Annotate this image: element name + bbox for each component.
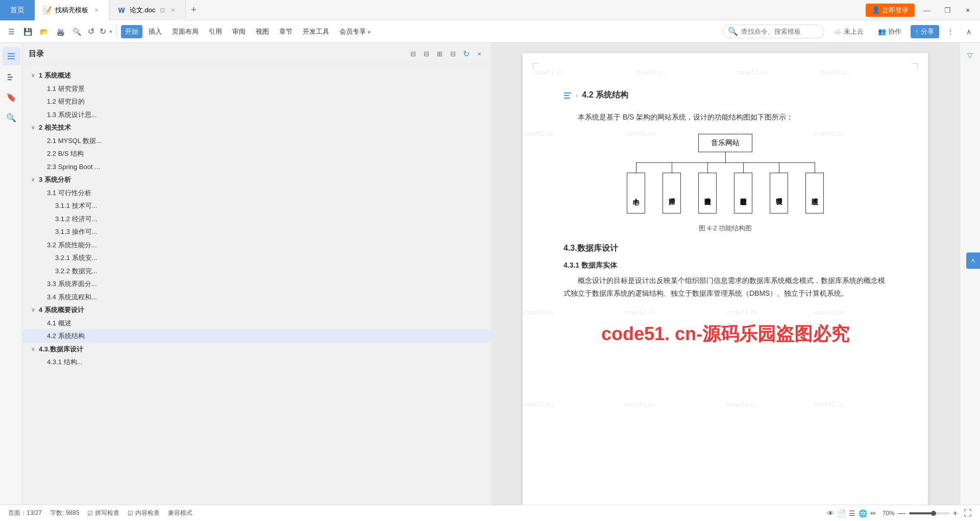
tab-doc[interactable]: W 论文.doc ⊡ ×	[109, 0, 186, 20]
toc-item-s1[interactable]: ∨1 系统概述	[22, 69, 491, 82]
add-toc-button[interactable]: ⊞	[434, 48, 445, 59]
toc-toggle-s4[interactable]: ∨	[29, 306, 37, 314]
menu-start[interactable]: 开始	[121, 25, 142, 38]
undo-redo-dropdown[interactable]: ▾	[109, 28, 112, 35]
toc-toggle-s3.4[interactable]	[37, 293, 45, 301]
share-button[interactable]: ↑ 分享	[911, 25, 940, 38]
toc-item-s3.1.2[interactable]: 3.1.2 经济可...	[22, 212, 491, 226]
toc-item-s4.3[interactable]: ∨4.3.数据库设计	[22, 343, 491, 356]
minimize-button[interactable]: —	[919, 2, 935, 18]
menu-review[interactable]: 审阅	[228, 25, 250, 38]
toc-item-s3.1[interactable]: 3.1 可行性分析	[22, 186, 491, 200]
toc-toggle-s3[interactable]: ∨	[29, 176, 37, 184]
toc-item-s2.1[interactable]: 2.1 MYSQL 数据...	[22, 134, 491, 148]
toc-item-s1.2[interactable]: 1.2 研究目的	[22, 95, 491, 108]
floating-tab[interactable]: <	[966, 252, 980, 269]
maximize-button[interactable]: ❐	[939, 2, 955, 18]
expand-all-button[interactable]: ⊟	[407, 48, 419, 59]
toc-item-s3.1.1[interactable]: 3.1.1 技术可...	[22, 199, 491, 212]
toc-toggle-s1.1[interactable]	[37, 84, 45, 92]
menu-member[interactable]: 会员专享 »	[335, 25, 375, 38]
toc-item-s1.3[interactable]: 1.3 系统设计思...	[22, 108, 491, 122]
print-button[interactable]: 🖨️	[53, 25, 67, 39]
annotation-icon[interactable]: ✏	[870, 509, 876, 517]
web-layout-icon[interactable]: 🌐	[859, 509, 867, 517]
doc-area[interactable]: code51.cn code51.cn code51.cn code51.cn …	[491, 43, 960, 505]
close-button[interactable]: ×	[960, 2, 976, 18]
spell-check-status[interactable]: ☑ 拼写检查	[87, 509, 119, 517]
toc-item-s2.2[interactable]: 2.2 B/S 结构	[22, 147, 491, 160]
close-sidebar-button[interactable]: ×	[474, 48, 485, 59]
menu-button[interactable]: ☰	[4, 25, 18, 39]
menu-view[interactable]: 视图	[252, 25, 273, 38]
toc-toggle-s4.1[interactable]	[37, 319, 45, 327]
search-input[interactable]	[741, 28, 823, 35]
toc-toggle-s3.2[interactable]	[37, 241, 45, 249]
outline-icon-button[interactable]	[2, 67, 20, 86]
tab-template[interactable]: 📝 找稿壳模板 ×	[35, 0, 109, 20]
content-check-status[interactable]: ☑ 内容检查	[128, 509, 160, 517]
toc-toggle-s1.2[interactable]	[37, 98, 45, 106]
toc-toggle-s2.2[interactable]	[37, 150, 45, 158]
tab-doc-close[interactable]: ×	[169, 6, 177, 14]
new-tab-button[interactable]: +	[186, 2, 202, 18]
toc-item-s2.3[interactable]: 2.3 Spring Boot ...	[22, 160, 491, 174]
collapse-all-button[interactable]: ⊟	[421, 48, 432, 59]
cloud-button[interactable]: ☁️ 未上云	[828, 25, 869, 38]
toc-item-s3.2.1[interactable]: 3.2.1 系统安...	[22, 251, 491, 265]
toc-options-button[interactable]: ⊟	[447, 48, 458, 59]
menu-devtools[interactable]: 开发工具	[299, 25, 333, 38]
menu-ref[interactable]: 引用	[205, 25, 226, 38]
toc-toggle-s3.1[interactable]	[37, 188, 45, 197]
toc-item-s3.1.3[interactable]: 3.1.3 操作可...	[22, 225, 491, 239]
redo-button[interactable]: ↻	[97, 26, 108, 37]
open-button[interactable]: 📂	[37, 25, 51, 39]
tab-template-close[interactable]: ×	[92, 6, 101, 14]
print-layout-icon[interactable]: 📄	[837, 509, 846, 517]
fullscreen-button[interactable]: ⛶	[964, 509, 972, 518]
toc-item-s3[interactable]: ∨3 系统分析	[22, 173, 491, 186]
collab-button[interactable]: 👥 协作	[873, 25, 906, 38]
outline-view-icon[interactable]: ☰	[849, 509, 855, 517]
save-button[interactable]: 💾	[20, 25, 35, 39]
toc-toggle-s4.3[interactable]: ∨	[29, 345, 37, 353]
toc-item-s4[interactable]: ∨4 系统概要设计	[22, 303, 491, 317]
zoom-plus-button[interactable]: +	[953, 509, 958, 518]
tab-doc-restore[interactable]: ⊡	[160, 7, 165, 14]
toc-item-s3.2.2[interactable]: 3.2.2 数据完...	[22, 265, 491, 278]
toc-item-s2[interactable]: ∨2 相关技术	[22, 121, 491, 134]
toc-toggle-s2[interactable]: ∨	[29, 124, 37, 132]
toc-item-s3.3[interactable]: 3.3 系统界面分...	[22, 277, 491, 291]
read-mode-icon[interactable]: 👁	[827, 509, 834, 517]
zoom-minus-button[interactable]: —	[898, 509, 906, 518]
more-menu-button[interactable]: ⋮	[943, 25, 958, 39]
toc-toggle-s3.3[interactable]	[37, 280, 45, 288]
toc-toggle-s4.2[interactable]	[37, 332, 45, 340]
toc-item-s3.4[interactable]: 3.4 系统流程和...	[22, 291, 491, 304]
search-box[interactable]: 🔍	[722, 25, 824, 38]
toc-sync-button[interactable]: ↻	[460, 48, 472, 59]
toc-item-s4.1[interactable]: 4.1 概述	[22, 317, 491, 330]
tab-home[interactable]: 首页	[0, 0, 35, 20]
preview-button[interactable]: 🔍	[69, 25, 84, 39]
menu-insert[interactable]: 插入	[144, 25, 166, 38]
toc-item-s1.1[interactable]: 1.1 研究背景	[22, 82, 491, 96]
toc-toggle-s2.1[interactable]	[37, 136, 45, 145]
toc-item-s4.3.1[interactable]: 4.3.1 结构...	[22, 356, 491, 369]
search-sidebar-icon-button[interactable]: 🔍	[2, 108, 20, 127]
panel-filter-button[interactable]: ▽	[962, 47, 978, 63]
toc-icon-button[interactable]	[2, 47, 20, 65]
undo-button[interactable]: ↺	[86, 26, 96, 37]
toc-toggle-s4.3.1[interactable]	[37, 358, 45, 366]
zoom-slider[interactable]	[909, 512, 950, 514]
collapse-toolbar-button[interactable]: ∧	[962, 25, 976, 39]
bookmark-icon-button[interactable]: 🔖	[2, 88, 20, 106]
menu-chapter[interactable]: 章节	[275, 25, 297, 38]
toc-item-s4.2[interactable]: 4.2 系统结构	[22, 329, 491, 343]
toc-toggle-s2.3[interactable]	[37, 162, 45, 171]
toc-toggle-s1.3[interactable]	[37, 110, 45, 119]
toc-toggle-s1[interactable]: ∨	[29, 72, 37, 80]
login-button[interactable]: 👤 立即登录	[866, 4, 915, 17]
toc-item-s3.2[interactable]: 3.2 系统性能分...	[22, 239, 491, 252]
menu-layout[interactable]: 页面布局	[168, 25, 203, 38]
